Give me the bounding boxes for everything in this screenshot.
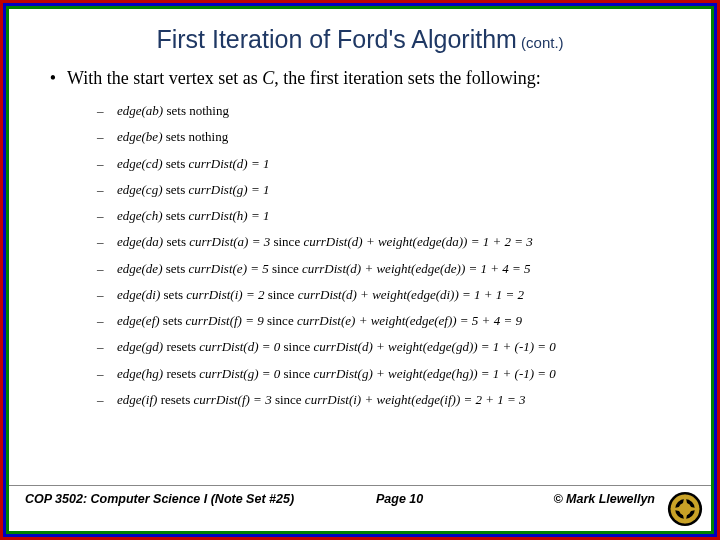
slide-title: First Iteration of Ford's Algorithm (con… <box>9 9 711 64</box>
list-item: –edge(de) sets currDist(e) = 5 since cur… <box>97 261 681 277</box>
sub-list: –edge(ab) sets nothing–edge(be) sets not… <box>97 103 681 408</box>
list-item-text: edge(ch) sets currDist(h) = 1 <box>117 208 681 224</box>
dash-marker: – <box>97 339 117 355</box>
dash-marker: – <box>97 287 117 303</box>
list-item: –edge(di) sets currDist(i) = 2 since cur… <box>97 287 681 303</box>
list-item: –edge(if) resets currDist(f) = 3 since c… <box>97 392 681 408</box>
bullet-marker: • <box>39 68 67 89</box>
dash-marker: – <box>97 234 117 250</box>
dash-marker: – <box>97 366 117 382</box>
top-bullet: • With the start vertex set as C, the fi… <box>39 68 681 89</box>
title-main: First Iteration of Ford's Algorithm <box>156 25 516 53</box>
list-item: –edge(gd) resets currDist(d) = 0 since c… <box>97 339 681 355</box>
list-item: –edge(ab) sets nothing <box>97 103 681 119</box>
dash-marker: – <box>97 313 117 329</box>
list-item: –edge(be) sets nothing <box>97 129 681 145</box>
dash-marker: – <box>97 129 117 145</box>
frame-border-green: First Iteration of Ford's Algorithm (con… <box>6 6 714 534</box>
frame-border-red: First Iteration of Ford's Algorithm (con… <box>0 0 720 540</box>
list-item: –edge(cg) sets currDist(g) = 1 <box>97 182 681 198</box>
list-item: –edge(ch) sets currDist(h) = 1 <box>97 208 681 224</box>
list-item-text: edge(hg) resets currDist(g) = 0 since cu… <box>117 366 681 382</box>
list-item: –edge(da) sets currDist(a) = 3 since cur… <box>97 234 681 250</box>
footer-author: © Mark Llewellyn <box>485 492 695 506</box>
list-item-text: edge(da) sets currDist(a) = 3 since curr… <box>117 234 681 250</box>
list-item: –edge(ef) sets currDist(f) = 9 since cur… <box>97 313 681 329</box>
dash-marker: – <box>97 182 117 198</box>
bullet-text: With the start vertex set as C, the firs… <box>67 68 681 89</box>
dash-marker: – <box>97 208 117 224</box>
dash-marker: – <box>97 392 117 408</box>
list-item-text: edge(if) resets currDist(f) = 3 since cu… <box>117 392 681 408</box>
dash-marker: – <box>97 103 117 119</box>
footer-course: COP 3502: Computer Science I (Note Set #… <box>25 492 314 506</box>
list-item-text: edge(cg) sets currDist(g) = 1 <box>117 182 681 198</box>
list-item: –edge(cd) sets currDist(d) = 1 <box>97 156 681 172</box>
list-item-text: edge(ab) sets nothing <box>117 103 681 119</box>
list-item-text: edge(cd) sets currDist(d) = 1 <box>117 156 681 172</box>
list-item-text: edge(di) sets currDist(i) = 2 since curr… <box>117 287 681 303</box>
footer-page: Page 10 <box>314 492 484 506</box>
frame-border-blue: First Iteration of Ford's Algorithm (con… <box>3 3 717 537</box>
list-item-text: edge(de) sets currDist(e) = 5 since curr… <box>117 261 681 277</box>
list-item-text: edge(ef) sets currDist(f) = 9 since curr… <box>117 313 681 329</box>
dash-marker: – <box>97 261 117 277</box>
ucf-logo-icon <box>667 491 703 527</box>
list-item: –edge(hg) resets currDist(g) = 0 since c… <box>97 366 681 382</box>
dash-marker: – <box>97 156 117 172</box>
slide-body: First Iteration of Ford's Algorithm (con… <box>9 9 711 531</box>
list-item-text: edge(gd) resets currDist(d) = 0 since cu… <box>117 339 681 355</box>
title-suffix: (cont.) <box>517 34 564 51</box>
slide-content: • With the start vertex set as C, the fi… <box>9 64 711 485</box>
slide-footer: COP 3502: Computer Science I (Note Set #… <box>9 485 711 531</box>
list-item-text: edge(be) sets nothing <box>117 129 681 145</box>
